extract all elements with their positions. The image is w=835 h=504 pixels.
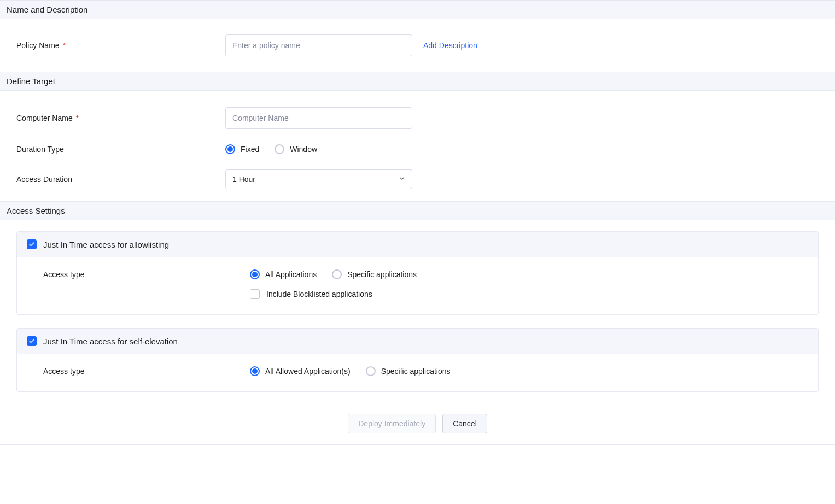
self-elevation-checkbox[interactable]: [27, 336, 37, 346]
radio-duration-fixed[interactable]: Fixed: [225, 144, 259, 154]
deploy-immediately-button[interactable]: Deploy Immediately: [348, 414, 436, 433]
radio-label-specific-apps-se: Specific applications: [381, 367, 451, 376]
policy-name-input[interactable]: [225, 34, 412, 56]
radio-icon: [275, 144, 284, 154]
radio-icon: [366, 366, 376, 376]
allowlisting-panel: Just In Time access for allowlisting Acc…: [16, 231, 819, 315]
access-duration-select[interactable]: 1 Hour: [225, 169, 412, 189]
allowlisting-access-type-label: Access type: [43, 270, 250, 279]
computer-name-label: Computer Name *: [16, 114, 225, 122]
radio-label-specific-apps: Specific applications: [347, 270, 417, 279]
duration-type-radio-group: Fixed Window: [225, 144, 317, 154]
self-elevation-access-type-label: Access type: [43, 367, 250, 376]
radio-allowlisting-specific[interactable]: Specific applications: [332, 269, 417, 279]
self-elevation-panel: Just In Time access for self-elevation A…: [16, 328, 819, 392]
radio-allowlisting-all[interactable]: All Applications: [250, 269, 317, 279]
radio-icon: [250, 366, 260, 376]
access-duration-label: Access Duration: [16, 175, 225, 184]
policy-name-label: Policy Name *: [16, 41, 225, 50]
access-duration-value: 1 Hour: [232, 175, 255, 184]
allowlisting-access-type-radio-group: All Applications Specific applications: [250, 269, 808, 279]
required-asterisk: *: [76, 114, 79, 122]
computer-name-input[interactable]: [225, 107, 412, 129]
allowlisting-checkbox[interactable]: [27, 239, 37, 249]
self-elevation-access-type-radio-group: All Allowed Application(s) Specific appl…: [250, 366, 808, 376]
policy-name-label-text: Policy Name: [16, 41, 60, 50]
duration-type-label: Duration Type: [16, 145, 225, 154]
radio-label-fixed: Fixed: [241, 145, 259, 154]
footer-divider: [0, 444, 835, 445]
cancel-button[interactable]: Cancel: [442, 414, 487, 433]
radio-icon: [250, 269, 260, 279]
section-access-settings-header: Access Settings: [0, 201, 835, 220]
radio-self-elevation-all[interactable]: All Allowed Application(s): [250, 366, 351, 376]
include-blocklisted-checkbox[interactable]: [250, 289, 260, 299]
radio-label-all-apps: All Applications: [265, 270, 317, 279]
include-blocklisted-label: Include Blocklisted applications: [266, 290, 372, 298]
section-define-target-header: Define Target: [0, 72, 835, 91]
allowlisting-title: Just In Time access for allowlisting: [43, 240, 169, 249]
radio-self-elevation-specific[interactable]: Specific applications: [366, 366, 451, 376]
radio-label-window: Window: [290, 145, 317, 154]
add-description-link[interactable]: Add Description: [423, 41, 477, 50]
self-elevation-title: Just In Time access for self-elevation: [43, 337, 178, 346]
radio-icon: [225, 144, 235, 154]
computer-name-label-text: Computer Name: [16, 114, 73, 122]
section-name-description-header: Name and Description: [0, 0, 835, 19]
radio-label-all-allowed: All Allowed Application(s): [265, 367, 351, 376]
radio-duration-window[interactable]: Window: [275, 144, 317, 154]
radio-icon: [332, 269, 342, 279]
required-asterisk: *: [62, 41, 65, 50]
